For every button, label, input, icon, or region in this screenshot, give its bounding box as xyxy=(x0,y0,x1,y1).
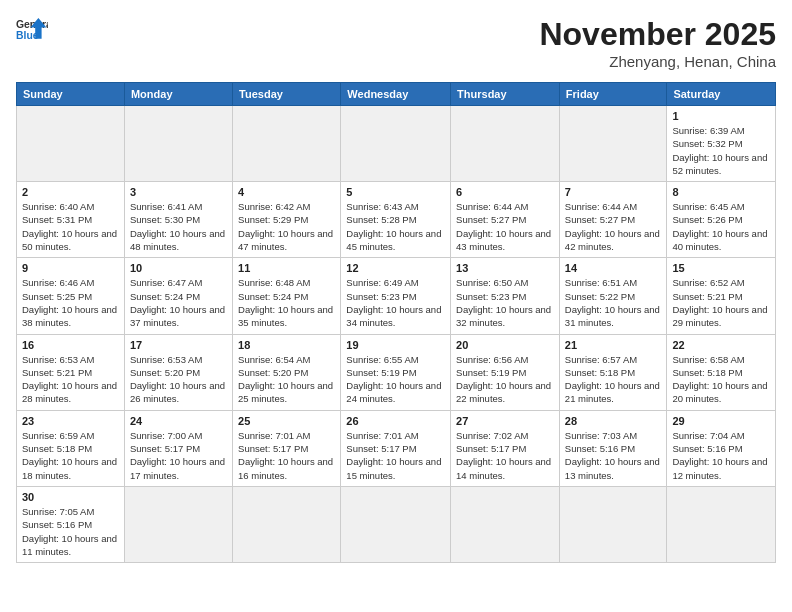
location-title: Zhenyang, Henan, China xyxy=(539,53,776,70)
table-cell-23: 23 Sunrise: 6:59 AMSunset: 5:18 PMDaylig… xyxy=(17,410,125,486)
table-cell-2: 2 Sunrise: 6:40 AMSunset: 5:31 PMDayligh… xyxy=(17,182,125,258)
table-cell-1: 1 Sunrise: 6:39 AMSunset: 5:32 PMDayligh… xyxy=(667,106,776,182)
table-cell-27: 27 Sunrise: 7:02 AMSunset: 5:17 PMDaylig… xyxy=(451,410,560,486)
month-title: November 2025 xyxy=(539,16,776,53)
table-cell-22: 22 Sunrise: 6:58 AMSunset: 5:18 PMDaylig… xyxy=(667,334,776,410)
table-row: 2 Sunrise: 6:40 AMSunset: 5:31 PMDayligh… xyxy=(17,182,776,258)
page: General Blue November 2025 Zhenyang, Hen… xyxy=(0,0,792,612)
th-sunday: Sunday xyxy=(17,83,125,106)
table-cell-empty xyxy=(559,486,667,562)
th-thursday: Thursday xyxy=(451,83,560,106)
table-cell-empty xyxy=(17,106,125,182)
table-row: 23 Sunrise: 6:59 AMSunset: 5:18 PMDaylig… xyxy=(17,410,776,486)
table-cell-30: 30 Sunrise: 7:05 AMSunset: 5:16 PMDaylig… xyxy=(17,486,125,562)
table-row: 16 Sunrise: 6:53 AMSunset: 5:21 PMDaylig… xyxy=(17,334,776,410)
day-number: 1 xyxy=(672,110,770,122)
table-cell-21: 21 Sunrise: 6:57 AMSunset: 5:18 PMDaylig… xyxy=(559,334,667,410)
table-cell-empty xyxy=(451,106,560,182)
table-cell-20: 20 Sunrise: 6:56 AMSunset: 5:19 PMDaylig… xyxy=(451,334,560,410)
table-cell-26: 26 Sunrise: 7:01 AMSunset: 5:17 PMDaylig… xyxy=(341,410,451,486)
th-monday: Monday xyxy=(124,83,232,106)
table-cell-9: 9 Sunrise: 6:46 AMSunset: 5:25 PMDayligh… xyxy=(17,258,125,334)
table-cell-16: 16 Sunrise: 6:53 AMSunset: 5:21 PMDaylig… xyxy=(17,334,125,410)
table-cell-empty xyxy=(341,486,451,562)
generalblue-icon: General Blue xyxy=(16,16,48,44)
th-friday: Friday xyxy=(559,83,667,106)
table-cell-14: 14 Sunrise: 6:51 AMSunset: 5:22 PMDaylig… xyxy=(559,258,667,334)
table-cell-empty xyxy=(341,106,451,182)
table-cell-19: 19 Sunrise: 6:55 AMSunset: 5:19 PMDaylig… xyxy=(341,334,451,410)
table-cell-29: 29 Sunrise: 7:04 AMSunset: 5:16 PMDaylig… xyxy=(667,410,776,486)
table-cell-empty xyxy=(559,106,667,182)
table-cell-empty xyxy=(233,106,341,182)
table-cell-10: 10 Sunrise: 6:47 AMSunset: 5:24 PMDaylig… xyxy=(124,258,232,334)
weekday-header-row: Sunday Monday Tuesday Wednesday Thursday… xyxy=(17,83,776,106)
day-info: Sunrise: 6:39 AMSunset: 5:32 PMDaylight:… xyxy=(672,124,770,177)
table-cell-12: 12 Sunrise: 6:49 AMSunset: 5:23 PMDaylig… xyxy=(341,258,451,334)
table-cell-25: 25 Sunrise: 7:01 AMSunset: 5:17 PMDaylig… xyxy=(233,410,341,486)
table-cell-4: 4 Sunrise: 6:42 AMSunset: 5:29 PMDayligh… xyxy=(233,182,341,258)
table-cell-empty xyxy=(124,106,232,182)
table-cell-empty xyxy=(667,486,776,562)
table-cell-17: 17 Sunrise: 6:53 AMSunset: 5:20 PMDaylig… xyxy=(124,334,232,410)
table-cell-5: 5 Sunrise: 6:43 AMSunset: 5:28 PMDayligh… xyxy=(341,182,451,258)
table-row: 30 Sunrise: 7:05 AMSunset: 5:16 PMDaylig… xyxy=(17,486,776,562)
logo: General Blue xyxy=(16,16,48,44)
th-saturday: Saturday xyxy=(667,83,776,106)
title-block: November 2025 Zhenyang, Henan, China xyxy=(539,16,776,70)
th-tuesday: Tuesday xyxy=(233,83,341,106)
header: General Blue November 2025 Zhenyang, Hen… xyxy=(16,16,776,70)
table-cell-11: 11 Sunrise: 6:48 AMSunset: 5:24 PMDaylig… xyxy=(233,258,341,334)
table-cell-13: 13 Sunrise: 6:50 AMSunset: 5:23 PMDaylig… xyxy=(451,258,560,334)
table-cell-28: 28 Sunrise: 7:03 AMSunset: 5:16 PMDaylig… xyxy=(559,410,667,486)
th-wednesday: Wednesday xyxy=(341,83,451,106)
table-cell-3: 3 Sunrise: 6:41 AMSunset: 5:30 PMDayligh… xyxy=(124,182,232,258)
table-cell-18: 18 Sunrise: 6:54 AMSunset: 5:20 PMDaylig… xyxy=(233,334,341,410)
table-cell-empty xyxy=(233,486,341,562)
table-cell-6: 6 Sunrise: 6:44 AMSunset: 5:27 PMDayligh… xyxy=(451,182,560,258)
table-cell-8: 8 Sunrise: 6:45 AMSunset: 5:26 PMDayligh… xyxy=(667,182,776,258)
table-cell-15: 15 Sunrise: 6:52 AMSunset: 5:21 PMDaylig… xyxy=(667,258,776,334)
table-cell-empty xyxy=(451,486,560,562)
table-cell-24: 24 Sunrise: 7:00 AMSunset: 5:17 PMDaylig… xyxy=(124,410,232,486)
calendar: Sunday Monday Tuesday Wednesday Thursday… xyxy=(16,82,776,563)
table-cell-7: 7 Sunrise: 6:44 AMSunset: 5:27 PMDayligh… xyxy=(559,182,667,258)
table-row: 1 Sunrise: 6:39 AMSunset: 5:32 PMDayligh… xyxy=(17,106,776,182)
table-cell-empty xyxy=(124,486,232,562)
table-row: 9 Sunrise: 6:46 AMSunset: 5:25 PMDayligh… xyxy=(17,258,776,334)
